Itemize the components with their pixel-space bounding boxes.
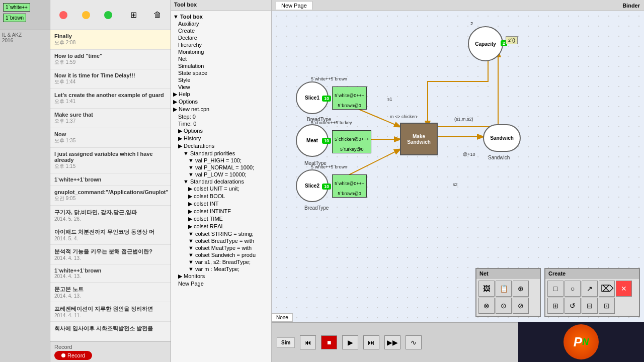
tree-item-7[interactable]: Simulation xyxy=(171,62,271,69)
chat-item-15[interactable]: 회사에 입사이후 시화조력발전소 발전을 xyxy=(50,322,171,332)
tree-item-22[interactable]: ▼ val P_LOW = 10000; xyxy=(171,171,271,178)
net-tool-5[interactable]: ⊙ xyxy=(496,298,512,314)
chat-item-12[interactable]: 1`white++1`brown 2014. 4. 13. xyxy=(50,264,171,283)
create-tool-circle[interactable]: ○ xyxy=(565,281,581,297)
tree-item-11[interactable]: ▶ Help xyxy=(171,90,271,98)
chat-item-7[interactable]: 1`white++1`brown xyxy=(50,173,171,186)
slice1-token-2: 5`brown@0 xyxy=(338,103,361,108)
tree-item-15[interactable]: Time: 0 xyxy=(171,120,271,127)
create-tool-arc1[interactable]: ↗ xyxy=(582,281,598,297)
sim-section-label: Sim xyxy=(277,337,295,348)
make-sandwich-label: Make Sandwich xyxy=(407,134,431,145)
chat-item-title-4: Make sure that xyxy=(54,112,167,118)
tool-panel-header: Tool box xyxy=(171,0,271,11)
tree-item-25[interactable]: ▶ colset BOOL xyxy=(171,193,271,200)
capacity-label: Capacity xyxy=(475,41,496,47)
canvas-tab[interactable]: New Page xyxy=(276,1,312,10)
tree-item-1[interactable]: Auxiliary xyxy=(171,20,271,27)
net-tool-1[interactable]: 🖼 xyxy=(478,281,495,297)
chat-item-11[interactable]: 분석적 기능을 키우는 분해 접근법이란? 2014. 4. 13. xyxy=(50,245,171,264)
tree-item-16[interactable]: ▶ Options xyxy=(171,127,271,135)
create-tool-delete[interactable]: ✕ xyxy=(616,281,632,297)
chat-minimize-btn[interactable] xyxy=(82,11,90,19)
sim-btn-play[interactable]: ▶ xyxy=(342,335,358,349)
tree-item-8[interactable]: State space xyxy=(171,69,271,76)
chat-item-9[interactable]: 구기자, 닭,비타민, 감자,당근,양파 2014. 5. 26. xyxy=(50,206,171,225)
tree-item-24[interactable]: ▶ colset UNIT = unit; xyxy=(171,185,271,193)
chat-item-0[interactable]: Finally 오후 2:08 xyxy=(50,30,171,50)
net-tool-3[interactable]: ⊕ xyxy=(513,281,529,297)
tree-item-34[interactable]: ▼ var s1, s2: BreadType; xyxy=(171,258,271,265)
chat-item-14[interactable]: 프레젠테이션이 지루한 원인을 정리하면 2014. 4. 11. xyxy=(50,302,171,322)
tree-item-19[interactable]: ▼ Standard priorities xyxy=(171,150,271,157)
create-toolbox: Create □ ○ ↗ ⌦ ✕ ⊞ ↺ ⊟ ⊡ xyxy=(544,268,640,317)
sim-btn-step-fwd[interactable]: ⏭ xyxy=(363,335,379,349)
trash-icon[interactable]: 🗑 xyxy=(153,11,162,20)
chat-item-1[interactable]: How to add "time" 오후 1:59 xyxy=(50,50,171,69)
tree-item-20[interactable]: ▼ val P_HIGH = 100; xyxy=(171,157,271,164)
create-tool-square[interactable]: ⊡ xyxy=(599,298,615,314)
tree-item-10[interactable]: View xyxy=(171,83,271,90)
tree-item-14[interactable]: Step: 0 xyxy=(171,113,271,120)
tree-item-2[interactable]: Create xyxy=(171,27,271,34)
chat-close-btn[interactable] xyxy=(59,11,67,19)
tree-item-36[interactable]: ▶ Monitors xyxy=(171,273,271,280)
sim-btn-random[interactable]: ∿ xyxy=(406,335,422,349)
net-tool-6[interactable]: ⊘ xyxy=(513,298,529,314)
left-info-2: 2016 xyxy=(2,38,48,43)
create-tool-rotate[interactable]: ↺ xyxy=(565,298,581,314)
none-tab[interactable]: None xyxy=(272,313,293,322)
make-sandwich-transition[interactable]: Make Sandwich xyxy=(400,123,438,155)
tree-item-31[interactable]: ▼ colset BreadType = with xyxy=(171,237,271,244)
tree-item-12[interactable]: ▶ Options xyxy=(171,98,271,106)
tree-item-4[interactable]: Hierarchy xyxy=(171,41,271,48)
create-tool-rect[interactable]: □ xyxy=(547,281,564,297)
tree-item-13[interactable]: ▶ New net.cpn xyxy=(171,106,271,113)
tree-item-17[interactable]: ▶ History xyxy=(171,135,271,142)
tree-item-32[interactable]: ▼ colset MeatType = with xyxy=(171,244,271,251)
tree-item-6[interactable]: Net xyxy=(171,55,271,62)
chat-item-8[interactable]: gnuplot_command:"/Applications/Gnuplot" … xyxy=(50,186,171,206)
chat-maximize-btn[interactable] xyxy=(104,11,112,19)
tree-item-28[interactable]: ▶ colset TIME xyxy=(171,215,271,223)
tree-item-29[interactable]: ▶ colset REAL xyxy=(171,223,271,230)
net-tool-4[interactable]: ⊗ xyxy=(478,298,495,314)
chat-item-title-12: 1`white++1`brown xyxy=(54,267,167,274)
grid-view-icon[interactable]: ⊞ xyxy=(130,10,137,20)
sim-btn-rewind[interactable]: ⏮ xyxy=(300,335,316,349)
chat-item-title-15: 회사에 입사이후 시화조력발전소 발전을 xyxy=(54,325,167,332)
capacity-place[interactable]: Capacity xyxy=(468,26,503,61)
tree-item-18[interactable]: ▶ Declarations xyxy=(171,142,271,150)
tree-item-3[interactable]: Declare xyxy=(171,34,271,41)
chat-item-time-10: 2014. 5. 4. xyxy=(54,236,167,241)
create-tool-minus[interactable]: ⊟ xyxy=(582,298,598,314)
chat-item-2[interactable]: Now it is time for Time Delay!!! 오후 1:44 xyxy=(50,69,171,89)
create-tool-arc2[interactable]: ⌦ xyxy=(599,281,615,297)
tree-item-27[interactable]: ▶ colset INTINTF xyxy=(171,208,271,215)
chat-item-6[interactable]: I just assigned variables which I have a… xyxy=(50,148,171,173)
sim-btn-fast-fwd[interactable]: ▶▶ xyxy=(384,335,400,349)
tree-item-0[interactable]: ▼ Tool box xyxy=(171,13,271,20)
tree-item-33[interactable]: ▼ colset Sandwich = produ xyxy=(171,251,271,258)
slice1-label: Slice1 xyxy=(305,95,319,101)
chat-item-3[interactable]: Let's create the another example of guar… xyxy=(50,89,171,109)
tree-item-30[interactable]: ▼ colset STRING = string; xyxy=(171,230,271,237)
chat-item-13[interactable]: 문고본 노트 2014. 4. 13. xyxy=(50,283,171,302)
chat-item-5[interactable]: Now 오후 1:35 xyxy=(50,128,171,148)
tree-item-37[interactable]: New Page xyxy=(171,280,271,287)
tree-item-9[interactable]: Style xyxy=(171,76,271,83)
create-tool-grid[interactable]: ⊞ xyxy=(547,298,564,314)
tree-item-23[interactable]: ▼ Standard declarations xyxy=(171,178,271,185)
tree-item-5[interactable]: Monitoring xyxy=(171,48,271,55)
tree-item-21[interactable]: ▼ val P_NORMAL = 1000; xyxy=(171,164,271,171)
chat-item-4[interactable]: Make sure that 오후 1:37 xyxy=(50,109,171,128)
tree-item-35[interactable]: ▼ var m : MeatType; xyxy=(171,265,271,273)
net-tool-2[interactable]: 📋 xyxy=(496,281,512,297)
chat-item-title-7: 1`white++1`brown xyxy=(54,176,167,183)
record-button-small[interactable]: Record xyxy=(54,351,92,360)
s2-label: s2 xyxy=(453,182,458,187)
chat-item-10[interactable]: 아이패드 처분전까지 무인코딩 동영상 머 2014. 5. 4. xyxy=(50,225,171,245)
tree-item-26[interactable]: ▶ colset INT xyxy=(171,200,271,208)
sim-btn-stop[interactable]: ■ xyxy=(321,335,337,349)
sandwich-place[interactable]: Sandwich xyxy=(483,124,521,152)
